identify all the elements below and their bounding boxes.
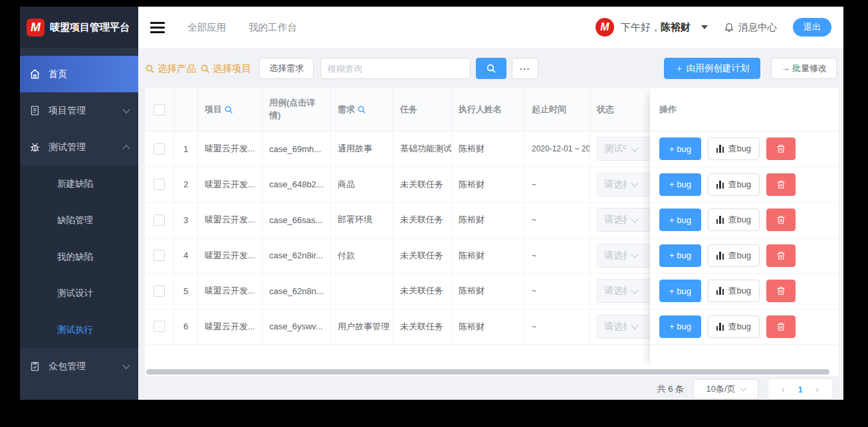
row-select-cell bbox=[145, 274, 174, 309]
select-project-link[interactable]: 选择项目 bbox=[200, 62, 251, 75]
message-center-link[interactable]: 消息中心 bbox=[724, 21, 777, 34]
row-index: 4 bbox=[174, 238, 198, 274]
row-checkbox[interactable] bbox=[154, 179, 165, 190]
cell-project[interactable]: 唛盟云开发... bbox=[198, 203, 263, 238]
cell-project[interactable]: 唛盟云开发... bbox=[198, 274, 263, 309]
search-button[interactable] bbox=[476, 58, 506, 79]
delete-button[interactable] bbox=[766, 315, 796, 338]
cell-case-link[interactable]: case_648b2... bbox=[263, 167, 331, 203]
operations-row: + bug查bug bbox=[650, 238, 839, 274]
sidebar-item-report[interactable]: 统计报表 bbox=[20, 392, 138, 400]
clipboard-check-icon bbox=[29, 361, 41, 372]
sidebar-subitem-新建缺陷[interactable]: 新建缺陷 bbox=[20, 165, 138, 202]
cell-executor: 陈裕财 bbox=[452, 274, 525, 309]
cell-requirement: 商品 bbox=[331, 167, 393, 203]
fuzzy-search-input[interactable] bbox=[320, 58, 471, 79]
horizontal-scrollbar[interactable] bbox=[146, 369, 836, 375]
search-icon[interactable] bbox=[224, 105, 233, 114]
add-bug-button[interactable]: + bug bbox=[659, 244, 701, 267]
scrollbar-thumb[interactable] bbox=[146, 369, 829, 375]
cell-case-link[interactable]: case_62n8ir... bbox=[263, 238, 331, 274]
select-all-checkbox[interactable] bbox=[154, 104, 165, 116]
view-bug-button[interactable]: 查bug bbox=[708, 244, 760, 267]
current-page-number[interactable]: 1 bbox=[798, 384, 802, 394]
status-select-value: 测试中 bbox=[604, 143, 627, 155]
view-bug-button[interactable]: 查bug bbox=[708, 315, 760, 338]
more-filters-button[interactable]: ··· bbox=[512, 58, 538, 79]
select-requirement-button[interactable]: 选择需求 bbox=[259, 58, 314, 79]
row-checkbox[interactable] bbox=[154, 321, 165, 332]
greeting-prefix: 下午好， bbox=[621, 21, 661, 33]
next-page-button[interactable]: › bbox=[816, 384, 819, 394]
trash-icon bbox=[776, 322, 786, 331]
row-checkbox[interactable] bbox=[154, 214, 165, 226]
sidebar-item-home[interactable]: 首页 bbox=[20, 56, 138, 92]
cell-case-link[interactable]: case_69mh... bbox=[263, 131, 331, 167]
cell-project[interactable]: 唛盟云开发... bbox=[198, 309, 263, 345]
select-product-link[interactable]: 选择产品 bbox=[145, 62, 196, 75]
cell-project[interactable]: 唛盟云开发... bbox=[198, 131, 263, 167]
sidebar-item-crowd-mgmt[interactable]: 众包管理 bbox=[20, 348, 138, 384]
sidebar-nav: 首页 项目管理 测试管理 新建缺陷缺陷管理我的缺陷测试设计测试执行 众包管理 统… bbox=[20, 48, 138, 400]
delete-button[interactable] bbox=[766, 137, 796, 160]
view-bug-label: 查bug bbox=[728, 143, 751, 155]
add-bug-button[interactable]: + bug bbox=[659, 280, 701, 302]
avatar[interactable]: M bbox=[596, 18, 614, 37]
operations-row: + bug查bug bbox=[650, 203, 839, 238]
delete-button[interactable] bbox=[766, 280, 796, 302]
cell-case-link[interactable]: case_6yswv... bbox=[263, 309, 331, 345]
batch-edit-button[interactable]: → 批量修改 bbox=[771, 58, 837, 79]
sidebar-item-label: 首页 bbox=[49, 68, 129, 80]
row-index: 3 bbox=[174, 203, 198, 238]
view-bug-button[interactable]: 查bug bbox=[708, 173, 760, 196]
row-checkbox[interactable] bbox=[154, 250, 165, 261]
sidebar-subitem-测试执行[interactable]: 测试执行 bbox=[20, 311, 138, 348]
add-bug-button[interactable]: + bug bbox=[659, 209, 701, 231]
chevron-down-icon bbox=[122, 361, 130, 369]
sidebar-subitem-测试设计[interactable]: 测试设计 bbox=[20, 275, 138, 311]
cell-dates: ~ bbox=[525, 167, 590, 203]
cell-project[interactable]: 唛盟云开发... bbox=[198, 238, 263, 274]
row-checkbox[interactable] bbox=[154, 286, 165, 297]
status-select-value: 请选择 bbox=[604, 250, 627, 262]
nav-my-workbench[interactable]: 我的工作台 bbox=[249, 21, 297, 34]
hamburger-menu-icon[interactable] bbox=[150, 22, 165, 33]
cell-case-link[interactable]: case_62n8n... bbox=[263, 274, 331, 309]
brand-logo: M 唛盟项目管理平台 bbox=[20, 7, 138, 48]
create-plan-from-case-button[interactable]: ＋ 由用例创建计划 bbox=[664, 58, 761, 79]
logout-button[interactable]: 退出 bbox=[793, 18, 831, 37]
delete-button[interactable] bbox=[766, 173, 796, 196]
add-bug-button[interactable]: + bug bbox=[659, 173, 701, 196]
delete-button[interactable] bbox=[766, 209, 796, 231]
delete-button[interactable] bbox=[766, 244, 796, 267]
top-header: 全部应用 我的工作台 M 下午好，陈裕财 消息中心 退出 bbox=[138, 7, 843, 48]
sidebar-submenu-test: 新建缺陷缺陷管理我的缺陷测试设计测试执行 bbox=[20, 165, 138, 348]
view-bug-button[interactable]: 查bug bbox=[708, 209, 760, 231]
cell-project[interactable]: 唛盟云开发... bbox=[198, 167, 263, 203]
row-checkbox[interactable] bbox=[154, 143, 165, 155]
greeting-text: 下午好，陈裕财 bbox=[621, 21, 691, 34]
user-dropdown-icon[interactable] bbox=[701, 25, 708, 29]
row-index: 2 bbox=[174, 167, 198, 203]
chevron-up-icon bbox=[122, 145, 130, 152]
prev-page-button[interactable]: ‹ bbox=[782, 384, 784, 394]
status-select-value: 请选择 bbox=[604, 214, 627, 226]
nav-all-apps[interactable]: 全部应用 bbox=[187, 21, 226, 34]
page-size-select[interactable]: 10条/页 bbox=[693, 379, 758, 399]
header-requirement-label: 需求 bbox=[338, 104, 355, 116]
view-bug-button[interactable]: 查bug bbox=[708, 137, 760, 160]
view-bug-button[interactable]: 查bug bbox=[708, 280, 760, 302]
cell-case-link[interactable]: case_66sas... bbox=[263, 203, 331, 238]
sidebar-subitem-我的缺陷[interactable]: 我的缺陷 bbox=[20, 238, 138, 275]
select-project-label: 选择项目 bbox=[213, 62, 251, 75]
cell-requirement bbox=[331, 274, 393, 309]
sidebar-subitem-缺陷管理[interactable]: 缺陷管理 bbox=[20, 202, 138, 238]
search-icon[interactable] bbox=[357, 105, 366, 114]
sidebar-item-test-mgmt[interactable]: 测试管理 bbox=[20, 129, 138, 165]
sidebar-item-project-mgmt[interactable]: 项目管理 bbox=[20, 92, 138, 129]
cell-dates: ~ bbox=[525, 309, 590, 345]
chevron-down-icon bbox=[631, 251, 638, 258]
add-bug-button[interactable]: + bug bbox=[659, 137, 701, 160]
add-bug-button[interactable]: + bug bbox=[659, 315, 701, 338]
pagination-bar: 共 6 条 10条/页 ‹ 1 › bbox=[145, 376, 837, 400]
